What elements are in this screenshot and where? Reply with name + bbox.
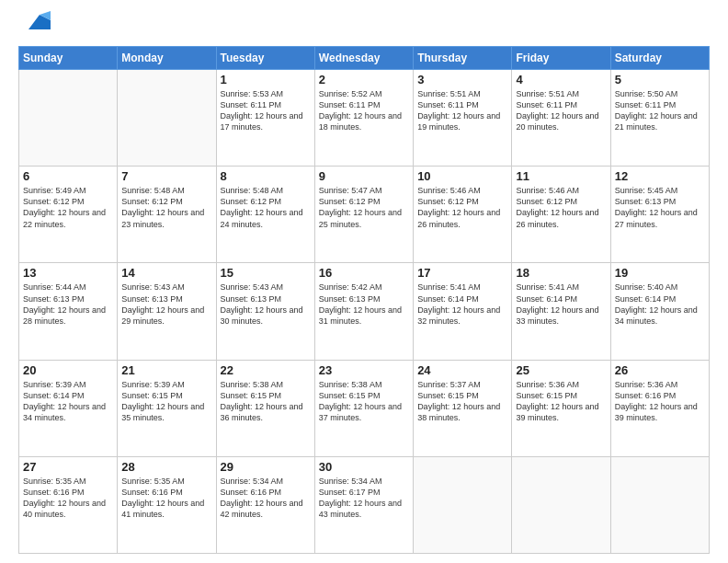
calendar-cell xyxy=(19,70,118,167)
day-info: Sunrise: 5:45 AM Sunset: 6:13 PM Dayligh… xyxy=(615,185,705,230)
day-info: Sunrise: 5:35 AM Sunset: 6:16 PM Dayligh… xyxy=(23,476,113,521)
day-info: Sunrise: 5:43 AM Sunset: 6:13 PM Dayligh… xyxy=(121,282,211,327)
day-number: 27 xyxy=(23,460,113,474)
day-number: 7 xyxy=(121,169,211,183)
day-number: 25 xyxy=(516,363,606,377)
calendar-cell: 29Sunrise: 5:34 AM Sunset: 6:16 PM Dayli… xyxy=(216,456,314,553)
day-number: 13 xyxy=(23,266,113,280)
calendar-cell: 12Sunrise: 5:45 AM Sunset: 6:13 PM Dayli… xyxy=(610,167,709,263)
calendar-header-saturday: Saturday xyxy=(610,47,709,70)
calendar-header-wednesday: Wednesday xyxy=(314,47,413,70)
calendar-table: SundayMondayTuesdayWednesdayThursdayFrid… xyxy=(18,46,710,554)
day-info: Sunrise: 5:34 AM Sunset: 6:17 PM Dayligh… xyxy=(319,476,409,521)
calendar-week-4: 27Sunrise: 5:35 AM Sunset: 6:16 PM Dayli… xyxy=(19,456,710,553)
day-info: Sunrise: 5:41 AM Sunset: 6:14 PM Dayligh… xyxy=(516,282,606,327)
calendar-cell: 8Sunrise: 5:48 AM Sunset: 6:12 PM Daylig… xyxy=(216,167,314,263)
calendar-header-monday: Monday xyxy=(118,47,216,70)
calendar-cell: 28Sunrise: 5:35 AM Sunset: 6:16 PM Dayli… xyxy=(118,456,216,553)
day-info: Sunrise: 5:39 AM Sunset: 6:15 PM Dayligh… xyxy=(121,379,211,424)
day-info: Sunrise: 5:39 AM Sunset: 6:14 PM Dayligh… xyxy=(23,379,113,424)
day-info: Sunrise: 5:51 AM Sunset: 6:11 PM Dayligh… xyxy=(516,88,606,133)
calendar-week-2: 13Sunrise: 5:44 AM Sunset: 6:13 PM Dayli… xyxy=(19,263,710,360)
calendar-cell: 11Sunrise: 5:46 AM Sunset: 6:12 PM Dayli… xyxy=(512,167,610,263)
calendar-header-friday: Friday xyxy=(512,47,610,70)
calendar-cell: 1Sunrise: 5:53 AM Sunset: 6:11 PM Daylig… xyxy=(216,70,314,167)
calendar-cell: 23Sunrise: 5:38 AM Sunset: 6:15 PM Dayli… xyxy=(314,360,413,456)
day-info: Sunrise: 5:42 AM Sunset: 6:13 PM Dayligh… xyxy=(319,282,409,327)
calendar-cell: 17Sunrise: 5:41 AM Sunset: 6:14 PM Dayli… xyxy=(414,263,512,360)
day-number: 17 xyxy=(417,266,507,280)
day-number: 24 xyxy=(417,363,507,377)
day-info: Sunrise: 5:37 AM Sunset: 6:15 PM Dayligh… xyxy=(417,379,507,424)
day-info: Sunrise: 5:49 AM Sunset: 6:12 PM Dayligh… xyxy=(23,185,113,230)
day-info: Sunrise: 5:50 AM Sunset: 6:11 PM Dayligh… xyxy=(615,88,705,133)
day-info: Sunrise: 5:38 AM Sunset: 6:15 PM Dayligh… xyxy=(221,379,311,424)
day-info: Sunrise: 5:46 AM Sunset: 6:12 PM Dayligh… xyxy=(516,185,606,230)
calendar-cell: 24Sunrise: 5:37 AM Sunset: 6:15 PM Dayli… xyxy=(414,360,512,456)
calendar-cell: 27Sunrise: 5:35 AM Sunset: 6:16 PM Dayli… xyxy=(19,456,118,553)
day-info: Sunrise: 5:48 AM Sunset: 6:12 PM Dayligh… xyxy=(221,185,311,230)
day-number: 6 xyxy=(23,169,113,183)
calendar-cell: 7Sunrise: 5:48 AM Sunset: 6:12 PM Daylig… xyxy=(118,167,216,263)
day-info: Sunrise: 5:34 AM Sunset: 6:16 PM Dayligh… xyxy=(221,476,311,521)
day-info: Sunrise: 5:48 AM Sunset: 6:12 PM Dayligh… xyxy=(121,185,211,230)
day-number: 20 xyxy=(23,363,113,377)
day-number: 8 xyxy=(221,169,311,183)
day-info: Sunrise: 5:41 AM Sunset: 6:14 PM Dayligh… xyxy=(417,282,507,327)
logo-icon xyxy=(21,7,51,37)
day-info: Sunrise: 5:46 AM Sunset: 6:12 PM Dayligh… xyxy=(417,185,507,230)
day-number: 18 xyxy=(516,266,606,280)
day-number: 10 xyxy=(417,169,507,183)
day-info: Sunrise: 5:47 AM Sunset: 6:12 PM Dayligh… xyxy=(319,185,409,230)
day-info: Sunrise: 5:53 AM Sunset: 6:11 PM Dayligh… xyxy=(221,88,311,133)
day-info: Sunrise: 5:51 AM Sunset: 6:11 PM Dayligh… xyxy=(417,88,507,133)
logo xyxy=(18,15,51,37)
day-info: Sunrise: 5:44 AM Sunset: 6:13 PM Dayligh… xyxy=(23,282,113,327)
calendar-cell: 4Sunrise: 5:51 AM Sunset: 6:11 PM Daylig… xyxy=(512,70,610,167)
day-info: Sunrise: 5:38 AM Sunset: 6:15 PM Dayligh… xyxy=(319,379,409,424)
calendar-cell: 6Sunrise: 5:49 AM Sunset: 6:12 PM Daylig… xyxy=(19,167,118,263)
day-number: 5 xyxy=(615,73,705,86)
calendar-cell: 21Sunrise: 5:39 AM Sunset: 6:15 PM Dayli… xyxy=(118,360,216,456)
page-header xyxy=(18,15,710,37)
day-info: Sunrise: 5:40 AM Sunset: 6:14 PM Dayligh… xyxy=(615,282,705,327)
calendar-cell: 16Sunrise: 5:42 AM Sunset: 6:13 PM Dayli… xyxy=(314,263,413,360)
day-number: 22 xyxy=(221,363,311,377)
day-number: 11 xyxy=(516,169,606,183)
calendar-cell: 22Sunrise: 5:38 AM Sunset: 6:15 PM Dayli… xyxy=(216,360,314,456)
day-number: 29 xyxy=(221,460,311,474)
day-info: Sunrise: 5:36 AM Sunset: 6:15 PM Dayligh… xyxy=(516,379,606,424)
calendar-header-tuesday: Tuesday xyxy=(216,47,314,70)
day-number: 30 xyxy=(319,460,409,474)
day-info: Sunrise: 5:52 AM Sunset: 6:11 PM Dayligh… xyxy=(319,88,409,133)
day-number: 14 xyxy=(121,266,211,280)
calendar-cell: 20Sunrise: 5:39 AM Sunset: 6:14 PM Dayli… xyxy=(19,360,118,456)
day-number: 4 xyxy=(516,73,606,86)
calendar-cell xyxy=(118,70,216,167)
calendar-week-0: 1Sunrise: 5:53 AM Sunset: 6:11 PM Daylig… xyxy=(19,70,710,167)
calendar-cell: 30Sunrise: 5:34 AM Sunset: 6:17 PM Dayli… xyxy=(314,456,413,553)
calendar-cell: 13Sunrise: 5:44 AM Sunset: 6:13 PM Dayli… xyxy=(19,263,118,360)
calendar-cell xyxy=(512,456,610,553)
calendar-cell: 19Sunrise: 5:40 AM Sunset: 6:14 PM Dayli… xyxy=(610,263,709,360)
calendar-cell xyxy=(414,456,512,553)
calendar-cell: 26Sunrise: 5:36 AM Sunset: 6:16 PM Dayli… xyxy=(610,360,709,456)
calendar-header-sunday: Sunday xyxy=(19,47,118,70)
calendar-header: SundayMondayTuesdayWednesdayThursdayFrid… xyxy=(19,47,710,70)
calendar-cell: 3Sunrise: 5:51 AM Sunset: 6:11 PM Daylig… xyxy=(414,70,512,167)
calendar-header-thursday: Thursday xyxy=(414,47,512,70)
calendar-cell: 5Sunrise: 5:50 AM Sunset: 6:11 PM Daylig… xyxy=(610,70,709,167)
day-number: 15 xyxy=(221,266,311,280)
day-number: 28 xyxy=(121,460,211,474)
day-number: 2 xyxy=(319,73,409,86)
calendar-cell xyxy=(610,456,709,553)
calendar-cell: 18Sunrise: 5:41 AM Sunset: 6:14 PM Dayli… xyxy=(512,263,610,360)
day-number: 16 xyxy=(319,266,409,280)
calendar-week-3: 20Sunrise: 5:39 AM Sunset: 6:14 PM Dayli… xyxy=(19,360,710,456)
day-number: 21 xyxy=(121,363,211,377)
day-info: Sunrise: 5:35 AM Sunset: 6:16 PM Dayligh… xyxy=(121,476,211,521)
calendar-cell: 9Sunrise: 5:47 AM Sunset: 6:12 PM Daylig… xyxy=(314,167,413,263)
calendar-cell: 2Sunrise: 5:52 AM Sunset: 6:11 PM Daylig… xyxy=(314,70,413,167)
calendar-cell: 15Sunrise: 5:43 AM Sunset: 6:13 PM Dayli… xyxy=(216,263,314,360)
day-number: 9 xyxy=(319,169,409,183)
